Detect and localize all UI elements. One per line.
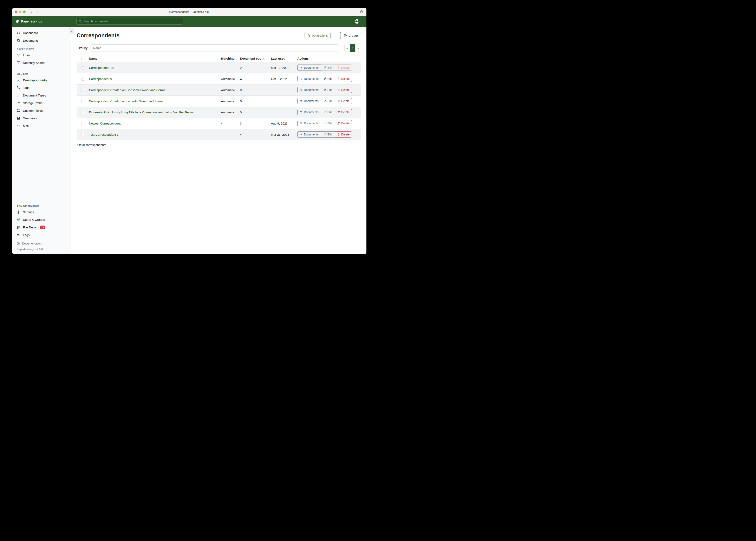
filter-name-input[interactable] (91, 44, 338, 52)
select-all-checkbox[interactable] (81, 57, 84, 60)
trash-icon (337, 122, 340, 125)
table-row: Correspondent 14-2Mar 12, 2022DocumentsE… (77, 62, 361, 73)
correspondent-link[interactable]: Correspondent 14 (89, 66, 114, 70)
row-checkbox[interactable] (81, 78, 84, 81)
last-used-cell: Mar 25, 2023 (271, 129, 297, 140)
back-button[interactable] (30, 10, 33, 13)
share-icon[interactable] (360, 10, 363, 14)
envelope-icon (17, 124, 20, 128)
row-checkbox[interactable] (81, 122, 84, 125)
sidebar-item-document-types[interactable]: Document Types (12, 92, 71, 99)
sidebar-item-mail[interactable]: Mail (12, 122, 71, 130)
edit-button[interactable]: Edit (321, 76, 335, 82)
brand[interactable]: Paperless-ngx (12, 19, 42, 24)
sidebar-item-tags[interactable]: Tags (12, 84, 71, 92)
sidebar-item-settings[interactable]: Settings (12, 208, 71, 216)
hash-icon (17, 94, 20, 97)
sidebar-item-users-groups[interactable]: Users & Groups (12, 216, 71, 224)
delete-button[interactable]: Delete (335, 131, 352, 138)
row-checkbox[interactable] (81, 89, 84, 92)
edit-button[interactable]: Edit (321, 109, 335, 115)
user-menu[interactable] (355, 19, 363, 24)
sidebar-item-documents[interactable]: Documents (12, 37, 71, 44)
sidebar-item-custom-fields[interactable]: Custom Fields (12, 107, 71, 114)
sidebar-item-label: Users & Groups (23, 218, 45, 222)
correspondent-link[interactable]: Test Correspondent 1 (89, 133, 118, 136)
correspondent-link[interactable]: Extremely Ridiculously Long Title for a … (89, 111, 195, 114)
filter-icon (300, 77, 303, 80)
ui-radios-icon (17, 109, 20, 112)
sidebar-item-file-tasks[interactable]: File Tasks16 (12, 224, 71, 231)
forward-button[interactable] (36, 10, 39, 13)
correspondent-link[interactable]: Correspondent Created on Doc View Owner … (89, 88, 165, 92)
sidebar-item-dashboard[interactable]: Dashboard (12, 29, 71, 37)
document-count-cell: 0 (240, 96, 271, 107)
delete-button[interactable]: Delete (335, 98, 352, 104)
main-content: Correspondents Permissions Create Filter… (71, 27, 366, 254)
sidebar-item-correspondents[interactable]: Correspondents (12, 76, 71, 84)
sidebar-item-label: Logs (23, 233, 30, 237)
documentation-label: Documentation (22, 242, 41, 245)
edit-button[interactable]: Edit (321, 120, 335, 126)
row-checkbox[interactable] (81, 66, 84, 70)
page-title: Correspondents (77, 32, 305, 39)
list-task-icon (17, 226, 20, 229)
correspondent-link[interactable]: Correspondent Created on List with Owner… (89, 99, 163, 103)
pagination-next-button[interactable]: » (355, 44, 361, 52)
pencil-icon (323, 122, 326, 125)
documents-button[interactable]: Documents (297, 109, 321, 115)
documents-button[interactable]: Documents (297, 87, 321, 93)
last-used-cell (271, 107, 297, 118)
matching-cell: Automatic (221, 107, 240, 118)
documents-button[interactable]: Documents (297, 120, 321, 126)
last-used-cell: Mar 12, 2022 (271, 62, 297, 73)
delete-button[interactable]: Delete (335, 87, 352, 93)
delete-button[interactable]: Delete (335, 76, 352, 82)
sidebar-item-storage-paths[interactable]: Storage Paths (12, 99, 71, 107)
edit-button[interactable]: Edit (321, 65, 335, 71)
pencil-icon (323, 133, 326, 136)
documents-button[interactable]: Documents (297, 65, 321, 71)
sidebar-item-label: Mail (23, 124, 29, 128)
sidebar-item-recently-added[interactable]: Recently Added (12, 59, 71, 67)
sidebar-collapse-button[interactable] (69, 28, 74, 34)
files-icon (17, 39, 20, 42)
documents-button[interactable]: Documents (297, 98, 321, 104)
pagination-page-1[interactable]: 1 (350, 44, 356, 52)
documents-button[interactable]: Documents (297, 76, 321, 82)
pagination: « 1 » (344, 44, 361, 52)
correspondent-link[interactable]: Newest Correspondent (89, 122, 120, 125)
edit-button[interactable]: Edit (321, 87, 335, 93)
last-used-cell: Oct 2, 2022 (271, 73, 297, 84)
caret-down-icon (361, 20, 363, 22)
sidebar-nav: DashboardDocumentsSAVED VIEWSInboxRecent… (12, 27, 71, 254)
text-left-icon (17, 233, 20, 237)
document-count-cell: 2 (240, 62, 271, 73)
edit-button[interactable]: Edit (321, 131, 335, 138)
minimize-window-button[interactable] (19, 11, 21, 13)
sidebar-item-inbox[interactable]: Inbox (12, 51, 71, 59)
pagination-prev-button[interactable]: « (344, 44, 350, 52)
delete-button[interactable]: Delete (335, 109, 352, 115)
sidebar-section-0: DashboardDocuments (12, 29, 71, 44)
documents-button[interactable]: Documents (297, 131, 321, 138)
row-checkbox[interactable] (81, 111, 84, 114)
document-count-cell: 4 (240, 73, 271, 84)
sidebar-item-templates[interactable]: Templates (12, 114, 71, 122)
delete-button[interactable]: Delete (335, 120, 352, 126)
sidebar-item-logs[interactable]: Logs (12, 231, 71, 239)
delete-button[interactable]: Delete (335, 65, 352, 71)
row-checkbox[interactable] (81, 133, 84, 136)
row-checkbox[interactable] (81, 100, 84, 103)
edit-button[interactable]: Edit (321, 98, 335, 104)
maximize-window-button[interactable] (23, 11, 26, 13)
create-button[interactable]: Create (340, 32, 361, 39)
correspondent-link[interactable]: Correspondent 9 (89, 77, 112, 81)
app-navbar: Paperless-ngx (12, 16, 366, 27)
column-header-actions: Actions (297, 55, 361, 62)
documentation-link[interactable]: Documentation (12, 241, 71, 247)
matching-cell: Automatic (221, 73, 240, 84)
close-window-button[interactable] (15, 11, 17, 13)
permissions-button[interactable]: Permissions (305, 32, 331, 39)
search-input[interactable] (83, 20, 181, 23)
